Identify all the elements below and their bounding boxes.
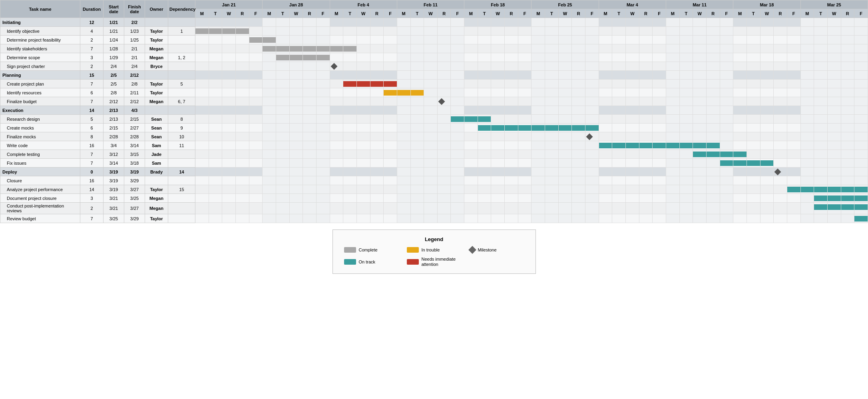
day-cell — [518, 159, 532, 168]
day-cell — [276, 150, 289, 159]
day-cell — [720, 185, 733, 194]
day-cell — [195, 194, 209, 203]
day-cell — [437, 150, 451, 159]
day-cell — [330, 132, 343, 141]
legend-label-complete: Complete — [359, 247, 378, 252]
day-cell — [854, 36, 868, 44]
day-cell — [545, 141, 559, 150]
day-cell — [397, 80, 410, 88]
day-cell — [303, 124, 317, 132]
day-cell — [841, 159, 854, 168]
day-cell — [585, 18, 599, 27]
day-cell — [733, 159, 747, 168]
day-cell — [464, 44, 478, 53]
day-cell — [814, 176, 828, 185]
day-cell — [464, 62, 478, 71]
day-cell — [518, 203, 532, 214]
day-cell — [209, 194, 222, 203]
day-cell — [263, 80, 276, 88]
day-cell — [370, 18, 384, 27]
day-cell — [585, 176, 599, 185]
day-cell — [289, 203, 303, 214]
day-cell — [424, 80, 438, 88]
bar-segment — [518, 125, 532, 131]
day-cell — [545, 176, 559, 185]
day-cell — [841, 18, 854, 27]
day-cell — [235, 214, 249, 223]
finish-date-cell: 2/1 — [124, 53, 145, 62]
day-cell — [612, 53, 626, 62]
day-cell — [653, 141, 666, 150]
day-cell — [464, 203, 478, 214]
day-cell — [491, 106, 505, 115]
start-date-cell: 1/21 — [104, 27, 124, 36]
day-cell — [558, 185, 572, 194]
day-cell — [370, 80, 384, 88]
day-cell — [626, 168, 639, 176]
day-cell — [639, 168, 653, 176]
day-cell — [249, 124, 263, 132]
owner-cell: Megan — [145, 194, 168, 203]
day-cell — [263, 203, 276, 214]
day-cell — [653, 132, 666, 141]
day-cell — [545, 53, 559, 62]
dependency-cell — [168, 203, 195, 214]
legend-label-trouble: In trouble — [422, 247, 440, 252]
day-cell — [424, 88, 438, 97]
day-cell — [316, 106, 330, 115]
day-cell — [491, 203, 505, 214]
day-cell — [195, 168, 209, 176]
day-cell — [545, 18, 559, 27]
start-date-cell: 3/19 — [104, 168, 124, 176]
bar-segment — [639, 143, 653, 148]
day-cell — [545, 62, 559, 71]
start-date-cell: 3/21 — [104, 203, 124, 214]
day-cell — [733, 106, 747, 115]
day-cell — [491, 124, 505, 132]
day-cell — [384, 159, 397, 168]
task-name-cell: Create mocks — [0, 124, 80, 132]
day-cell — [612, 18, 626, 27]
day-cell — [195, 141, 209, 150]
day-cell — [478, 185, 491, 194]
dependency-cell: 1 — [168, 27, 195, 36]
day-cell — [464, 88, 478, 97]
day-cell — [532, 124, 545, 132]
day-cell — [545, 185, 559, 194]
day-cell — [464, 150, 478, 159]
day-cell — [706, 185, 720, 194]
day-cell — [397, 185, 410, 194]
day-cell — [693, 53, 707, 62]
day-cell — [343, 159, 357, 168]
day-cell — [639, 18, 653, 27]
day-cell — [747, 36, 760, 44]
day-cell — [263, 36, 276, 44]
day-cell — [316, 150, 330, 159]
day-cell — [437, 27, 451, 36]
day-cell — [733, 53, 747, 62]
day-cell — [585, 141, 599, 150]
day-cell — [733, 141, 747, 150]
day-cell — [599, 71, 612, 80]
day-cell — [720, 80, 733, 88]
bar-segment — [397, 90, 410, 96]
day-cell — [343, 203, 357, 214]
day-cell — [222, 124, 236, 132]
owner-cell: Taylor — [145, 80, 168, 88]
day-cell — [437, 194, 451, 203]
day-cell — [720, 71, 733, 80]
day-cell — [370, 214, 384, 223]
day-cell — [330, 203, 343, 214]
day-cell — [666, 18, 679, 27]
day-cell — [518, 132, 532, 141]
bar-segment — [693, 152, 706, 157]
day-cell — [263, 141, 276, 150]
duration-cell: 2 — [80, 36, 104, 44]
day-cell — [249, 97, 263, 106]
day-cell — [397, 27, 410, 36]
day-cell — [410, 36, 424, 44]
day-cell — [518, 106, 532, 115]
day-cell — [195, 62, 209, 71]
day-cell — [747, 53, 760, 62]
start-date-cell: 3/19 — [104, 185, 124, 194]
